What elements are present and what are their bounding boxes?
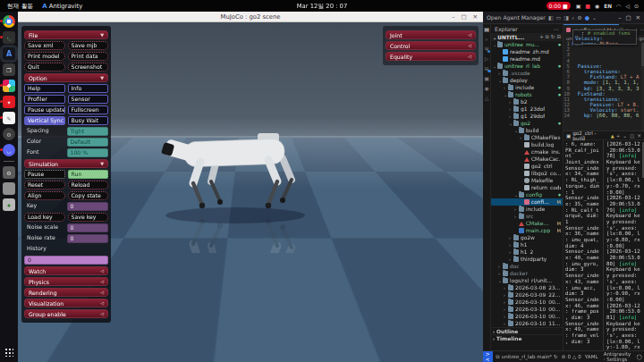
tree-item[interactable]: › 2026-03-09_22... (491, 291, 563, 299)
explorer-icon[interactable]: ▤ (484, 27, 489, 32)
panel-pill[interactable]: Reset (24, 181, 65, 189)
panel-radio[interactable]: Run (68, 170, 109, 179)
extensions-icon[interactable]: ⊞ (484, 66, 488, 72)
tree-item[interactable]: CMakeCac... (491, 156, 563, 163)
panel-pill[interactable]: Save mjb (68, 41, 109, 50)
minimize-button[interactable]: – (452, 13, 454, 21)
split-terminal-icon[interactable]: ◫ (630, 133, 634, 139)
tree-item[interactable]: › docker (491, 270, 563, 277)
tree-item[interactable]: libgo2_co... (491, 170, 563, 177)
branch-indicator[interactable]: ⧉ unitree_rl_lab main* ↻ (496, 354, 558, 360)
panel-pill[interactable]: Quit (24, 63, 65, 72)
panel-select[interactable]: Tight (67, 127, 109, 136)
section-header[interactable]: Group enable◁ (24, 309, 108, 318)
tree-item[interactable]: › 2026-03-08_23... (491, 284, 563, 291)
test-icon[interactable]: △ (485, 96, 489, 101)
panel-pill[interactable]: Reload (68, 181, 109, 189)
panel-toggle[interactable]: Profiler (24, 95, 65, 104)
layout-left-icon[interactable]: ◧ (548, 14, 554, 21)
close-button[interactable]: ✕ (473, 13, 478, 21)
screen-record-indicator[interactable]: 0:00■ (547, 2, 571, 10)
panel-pill[interactable]: Save key (68, 213, 109, 222)
tree-item[interactable]: › doc (491, 263, 563, 270)
record-stop-icon[interactable]: ■ (585, 3, 590, 9)
terminal-tabbar[interactable]: ▣ go2_ctrl - build ▲ +⌄◫✕ (564, 131, 644, 140)
tree-item[interactable]: CMake... M (491, 220, 563, 227)
new-folder-icon[interactable]: ⧉ (546, 34, 549, 40)
maximize-button[interactable]: ▢ (461, 13, 466, 21)
tree-item[interactable]: › include ● (491, 84, 563, 91)
panel-pill[interactable]: Screenshot (68, 63, 109, 72)
tree-item[interactable]: › 2026-03-10_11... (491, 320, 563, 327)
minimize-button[interactable]: – (618, 14, 621, 21)
tree-item[interactable]: › h1 (491, 241, 563, 248)
search-icon[interactable]: ⌕ (485, 37, 487, 42)
refresh-icon[interactable]: ↻ (551, 34, 555, 40)
search-icon[interactable]: ⌕ (572, 14, 574, 21)
tree-item[interactable]: ⌄ config ● (491, 191, 563, 198)
new-file-icon[interactable]: + (539, 34, 544, 40)
tree-item[interactable]: return_code (491, 184, 563, 191)
outline-section[interactable]: ›Outline (491, 327, 563, 334)
tree-item[interactable]: ⌄ deploy (491, 77, 563, 84)
section-header-simulation[interactable]: Simulation▼ (24, 159, 108, 168)
language-mode[interactable]: YAML (585, 354, 598, 359)
show-apps-button[interactable] (4, 347, 13, 357)
settings-link[interactable]: Antigravity · Settings (604, 351, 631, 362)
tree-item[interactable]: ⌄ unitree_rl_lab ● (491, 63, 563, 70)
terminal-tab-label[interactable]: go2_ctrl - build (572, 130, 608, 141)
chevron-down-icon[interactable]: ⌄ (592, 14, 597, 21)
collapse-all-icon[interactable]: ⊟ (556, 34, 561, 40)
panel-radio[interactable]: Pause (24, 170, 65, 179)
panel-pill[interactable]: Copy state (68, 191, 109, 200)
more-actions-icon[interactable]: ⋯ (554, 26, 559, 32)
tree-item[interactable]: › b2 (491, 98, 563, 105)
problems-indicator[interactable]: ⊘0 △0 (562, 354, 581, 359)
workspace-header[interactable]: ⌄ UNTITL... + ⧉ ↻ ⊟ (491, 33, 563, 41)
panel-pill[interactable]: Print model (24, 52, 65, 61)
chrome-icon[interactable] (3, 15, 15, 28)
tree-item[interactable]: confi... M (491, 198, 563, 206)
slack-icon[interactable] (3, 80, 15, 92)
volume-icon[interactable]: ◁ (625, 3, 630, 9)
tree-item[interactable]: › g1_23dof (491, 105, 563, 113)
agent-icon[interactable]: ● (585, 14, 589, 21)
account-icon[interactable]: ◉ (484, 86, 488, 91)
screencast-icon[interactable]: ▣ (576, 3, 581, 9)
dock-divider[interactable] (4, 161, 14, 162)
panel-select[interactable]: Default (67, 138, 109, 147)
tree-item[interactable]: › include (491, 206, 563, 213)
open-agent-manager-button[interactable]: Open Agent Manager (487, 14, 546, 21)
tree-item[interactable]: › 2026-03-10_00... (491, 299, 563, 306)
terminal-left[interactable]: : 6, name:FR_calf_jointJoint_indexSensor… (564, 140, 604, 350)
section-header[interactable]: Visualization◁ (24, 299, 108, 307)
status-icon[interactable]: ◉ (595, 3, 599, 9)
panel-select[interactable]: 100 % (67, 148, 109, 157)
tree-item[interactable]: › 2026-03-10_00... (491, 313, 563, 320)
tree-item[interactable]: ⌄ unitree_mu... ● (491, 41, 563, 48)
tweaks-icon[interactable] (3, 166, 15, 179)
run-debug-icon[interactable]: ▷ (485, 56, 489, 62)
maximize-button[interactable]: ▢ (625, 14, 631, 21)
text-editor-icon[interactable] (3, 112, 15, 124)
panel-pill[interactable]: Align (24, 191, 65, 200)
clock[interactable]: Mar 12일 20 : 07 (297, 2, 348, 11)
tree-item[interactable]: › .vscode (491, 70, 563, 77)
layout-right-icon[interactable]: ◨ (564, 14, 569, 21)
antigravity-icon[interactable] (3, 47, 15, 60)
tree-item[interactable]: ⌄ robots ● (491, 91, 563, 98)
mujoco-viewport[interactable]: File▼ Save xmlSave mjbPrint modelPrint d… (18, 22, 483, 362)
tree-item[interactable]: ⌄ build (491, 127, 563, 134)
wifi-icon[interactable]: ◠ (616, 3, 621, 9)
close-button[interactable]: ✕ (636, 14, 640, 21)
tree-item[interactable]: ⌄ go2 ● (491, 120, 563, 127)
section-header[interactable]: Control◁ (386, 41, 476, 50)
code-area[interactable]: 1 FSM: 2 3 4 5 Passive: 6 transition (564, 41, 641, 130)
layout-bottom-icon[interactable]: ▭ (556, 14, 562, 21)
panel-input[interactable]: 0 (67, 202, 109, 211)
red-app-icon[interactable] (3, 96, 15, 108)
chevron-down-icon[interactable]: ⌄ (623, 133, 627, 139)
panel-pill[interactable]: Load key (24, 213, 65, 222)
workspaces-icon[interactable] (3, 63, 15, 76)
tree-item[interactable]: › g1_29dof (491, 113, 563, 120)
